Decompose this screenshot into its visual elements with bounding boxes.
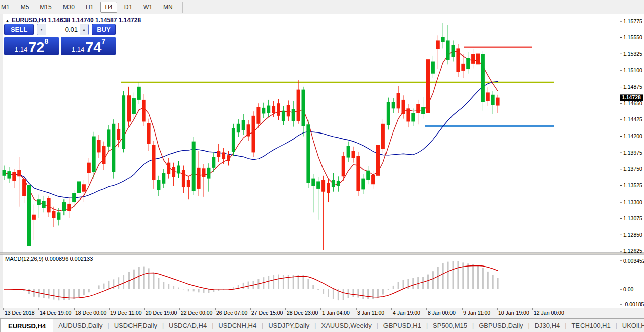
svg-text:0.003452: 0.003452 [623, 258, 644, 264]
tab-dj30-h4[interactable]: DJ30,H4 [530, 319, 565, 332]
timeframe-button-mn[interactable]: MN [159, 2, 177, 12]
mt4-terminal: { "toolbar": { "timeframes": ["M1","M5",… [0, 0, 644, 332]
svg-text:0.00: 0.00 [623, 286, 634, 292]
chart-title-text: EURUSD,H4 1.14638 1.14740 1.14587 1.1472… [12, 17, 141, 24]
timeframe-button-m1[interactable]: M1 [0, 2, 14, 12]
tab-audusd-daily[interactable]: AUDUSD,Daily [53, 319, 107, 332]
tab-usdcnh-h4[interactable]: USDCNH,H4 [213, 319, 262, 332]
svg-text:1.14200: 1.14200 [623, 133, 642, 139]
svg-text:22 Dec 00:00: 22 Dec 00:00 [181, 310, 213, 316]
macd-label: MACD(12,26,9) 0.000896 0.002133 [5, 256, 93, 262]
sell-price-pip: 8 [44, 37, 48, 45]
buy-button[interactable]: BUY [92, 24, 116, 35]
svg-text:10 Jan 19:00: 10 Jan 19:00 [498, 310, 529, 316]
svg-text:1.12850: 1.12850 [623, 232, 642, 238]
svg-text:1.15100: 1.15100 [623, 67, 642, 73]
sell-button[interactable]: SELL [4, 24, 34, 35]
symbol-tab-bar: EURUSD,H4AUDUSD,Daily|USDCHF,Daily|USDCA… [0, 318, 644, 332]
svg-text:1.14425: 1.14425 [623, 116, 642, 122]
timeframe-button-w1[interactable]: W1 [139, 2, 156, 12]
timeframe-button-d1[interactable]: D1 [120, 2, 136, 12]
buy-price-main: 74 [85, 40, 101, 55]
svg-text:13 Dec 2018: 13 Dec 2018 [5, 310, 35, 316]
volume-increase-button[interactable]: ▲ [80, 24, 88, 35]
tab-gbpusd-h1[interactable]: GBPUSD,H1 [378, 319, 426, 332]
svg-text:1.13750: 1.13750 [623, 166, 642, 172]
chart-window: MACD(12,26,9) 0.000896 0.0021331.157751.… [0, 14, 644, 318]
svg-text:20 Dec 19:00: 20 Dec 19:00 [146, 310, 177, 316]
svg-text:1.13525: 1.13525 [623, 182, 642, 188]
svg-text:27 Dec 15:00: 27 Dec 15:00 [251, 310, 283, 316]
toolbar-separator [182, 2, 183, 13]
svg-text:8 Jan 00:00: 8 Jan 00:00 [428, 310, 456, 316]
svg-text:1.15325: 1.15325 [623, 51, 642, 57]
svg-text:1.15550: 1.15550 [623, 34, 642, 40]
tab-usdjpy-daily[interactable]: USDJPY,Daily [263, 319, 314, 332]
chart-canvas[interactable]: MACD(12,26,9) 0.000896 0.0021331.157751.… [0, 14, 644, 318]
tab-gbpusd-daily[interactable]: GBPUSD,Daily [474, 319, 528, 332]
one-click-trade-panel: SELL ▼ ▲ BUY 1.14 72 8 1.14 74 7 [4, 24, 116, 55]
sell-price-main: 72 [28, 40, 44, 55]
timeframe-button-m30[interactable]: M30 [59, 2, 79, 12]
svg-text:9 Jan 11:00: 9 Jan 11:00 [463, 310, 490, 316]
svg-text:28 Dec 23:00: 28 Dec 23:00 [287, 310, 318, 316]
sell-price-base: 1.14 [15, 46, 27, 53]
svg-text:1.13300: 1.13300 [623, 199, 642, 205]
collapse-triangle-icon[interactable]: ▲ [5, 18, 10, 23]
volume-decrease-button[interactable]: ▼ [37, 24, 46, 35]
buy-price-panel[interactable]: 1.14 74 7 [61, 37, 116, 55]
svg-text:12 Jan 00:00: 12 Jan 00:00 [534, 310, 564, 316]
svg-text:1.13075: 1.13075 [623, 215, 642, 221]
svg-text:1.13975: 1.13975 [623, 150, 642, 156]
svg-text:26 Dec 07:00: 26 Dec 07:00 [216, 310, 248, 316]
svg-text:19 Dec 11:00: 19 Dec 11:00 [110, 310, 142, 316]
tab-tech100-h1[interactable]: TECH100,H1 [566, 319, 615, 332]
svg-text:1 Jan 04:00: 1 Jan 04:00 [322, 310, 350, 316]
volume-stepper: ▼ ▲ [37, 24, 89, 35]
timeframe-button-h4[interactable]: H4 [100, 2, 117, 13]
tab-xauusd-weekly[interactable]: XAUUSD,Weekly [316, 319, 376, 332]
svg-text:1.12625: 1.12625 [623, 248, 642, 254]
svg-text:1.14728: 1.14728 [622, 94, 641, 100]
svg-text:-0.001851: -0.001851 [623, 301, 644, 307]
tab-eurusd-h4[interactable]: EURUSD,H4 [1, 319, 53, 332]
timeframe-toolbar: M1M5M15M30H1H4D1W1MN [0, 0, 644, 15]
volume-input[interactable] [46, 24, 80, 35]
tab-ukoil-h1[interactable]: UKOil,H1 [617, 319, 644, 332]
sell-price-panel[interactable]: 1.14 72 8 [4, 37, 59, 55]
tab-usdchf-daily[interactable]: USDCHF,Daily [109, 319, 162, 332]
svg-text:18 Dec 00:00: 18 Dec 00:00 [75, 310, 107, 316]
tab-usdcad-h4[interactable]: USDCAD,H4 [164, 319, 212, 332]
svg-text:1.14650: 1.14650 [623, 100, 642, 106]
timeframe-button-h1[interactable]: H1 [82, 2, 97, 12]
buy-price-pip: 7 [101, 37, 105, 45]
buy-price-base: 1.14 [72, 46, 84, 53]
timeframe-button-m15[interactable]: M15 [36, 2, 55, 12]
tab-sp500-m15[interactable]: SP500,M15 [428, 319, 472, 332]
svg-text:4 Jan 19:00: 4 Jan 19:00 [393, 310, 420, 316]
timeframe-button-m5[interactable]: M5 [17, 2, 33, 12]
svg-text:3 Jan 11:00: 3 Jan 11:00 [357, 310, 384, 316]
svg-text:1.15775: 1.15775 [623, 18, 642, 24]
svg-text:1.14875: 1.14875 [623, 84, 642, 90]
chart-title: ▲EURUSD,H4 1.14638 1.14740 1.14587 1.147… [5, 17, 141, 24]
svg-text:14 Dec 19:00: 14 Dec 19:00 [40, 310, 72, 316]
